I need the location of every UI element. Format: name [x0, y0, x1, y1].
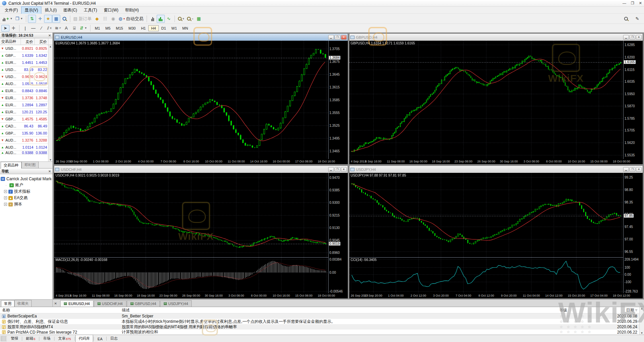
chart-title-bar[interactable]: USDJPY,H4▁❐✕ [349, 166, 643, 173]
row-rating-stars[interactable]: ☆ ☆ ☆ ☆ ☆ [560, 319, 608, 324]
chart-title-bar[interactable]: EURUSD,H4▁❐✕ [54, 34, 348, 41]
date-scale[interactable]: 26 Sep 201330 Sep 00:001 Oct 08:002 Oct … [54, 159, 348, 164]
status-tab-1[interactable]: 邮箱6 [23, 335, 39, 342]
row-rating-stars[interactable]: ☆ ☆ ☆ ☆ ☆ [560, 330, 608, 334]
price-scale[interactable]: 1.37051.36751.36451.36151.35851.35551.35… [329, 41, 348, 159]
price-scale[interactable]: 1.62851.62001.61151.60351.59501.58701.57… [623, 41, 643, 159]
chart-restore-icon[interactable]: ❐ [630, 35, 635, 40]
menu-item-0[interactable]: 文件(F) [1, 6, 21, 14]
navigator-item-3[interactable]: +≡脚本 [1, 201, 52, 207]
usdchf-chart-canvas[interactable] [54, 173, 328, 293]
market-watch-row[interactable]: ▲EUR...120.21120.25 [0, 109, 52, 116]
market-watch-row[interactable]: ▲USD...83.1983.22 [0, 66, 52, 73]
text-button[interactable]: A [62, 25, 70, 32]
date-scale[interactable]: 26 Sep 201327 Sep 20:001 Oct 04:002 Oct … [349, 293, 643, 298]
row-rating-stars[interactable]: ☆ ☆ ☆ ☆ ☆ [560, 325, 608, 329]
market-watch-row[interactable]: ▼AUD...1.32761.3288 [0, 137, 52, 144]
menu-item-4[interactable]: 工具(T) [80, 6, 100, 14]
market-watch-row[interactable]: ▲AUD...1.05151.0518 [0, 80, 52, 87]
menu-item-3[interactable]: 图表(C) [60, 6, 81, 14]
market-watch-toggle[interactable]: ⇅ [28, 15, 36, 23]
menu-item-6[interactable]: 帮助(H) [122, 6, 142, 14]
market-watch-row[interactable]: ▼EUR...1.37361.3748 [0, 94, 52, 102]
status-tab-0[interactable]: 警报 [7, 335, 22, 342]
navigator-tab-1[interactable]: 收藏夹 [14, 300, 32, 307]
usdjpy-chart-canvas[interactable] [349, 173, 623, 293]
timeframe-mn[interactable]: MN [180, 25, 191, 31]
chart-close-icon[interactable]: ✕ [636, 167, 642, 172]
column-desc[interactable]: 描述 [120, 307, 560, 313]
date-scale[interactable]: 4 Sep 20136 Sep 16:0011 Sep 08:0016 Sep … [54, 293, 348, 298]
status-tab-6[interactable]: 日志 [107, 335, 121, 342]
terminal-toggle[interactable]: ▦ [52, 15, 60, 23]
scroll-down-icon[interactable]: ▼ [49, 158, 52, 161]
status-tab-3[interactable]: 文章875 [55, 335, 74, 342]
horizontal-line-button[interactable]: — [29, 25, 37, 32]
status-tab-4[interactable]: 代码库 [75, 335, 93, 342]
chart-tab-eurusd-h4[interactable]: EURUSD,H4 [60, 300, 93, 307]
expand-icon[interactable]: + [4, 190, 7, 193]
row-rating-stars[interactable]: ☆ ☆ ☆ ☆ ☆ [560, 314, 608, 318]
chart-window-gbpusd[interactable]: GBPUSD,H4▁❐✕GBPUSD,H4 1.6164 1.6171 1.61… [349, 33, 643, 164]
code-base-row[interactable]: ƒ倒计时、点差、利息、保证金信息本指标完成4小时的tick与ontime倒计时显… [0, 319, 644, 324]
bar-chart-button[interactable] [149, 15, 157, 23]
market-watch-tab-1[interactable]: 即时图 [22, 161, 39, 168]
new-order-button[interactable]: ▤新订单 [72, 15, 93, 23]
market-watch-row[interactable]: ▲CAD...86.4386.49 [0, 123, 52, 130]
close-icon[interactable]: ✕ [639, 1, 642, 5]
strategy-tester-button[interactable] [60, 15, 68, 23]
chart-close-icon[interactable]: ✕ [636, 35, 642, 40]
profiles-button[interactable]: ❐▼ [14, 15, 25, 23]
timeframe-h1[interactable]: H1 [138, 25, 148, 31]
timeframe-m30[interactable]: M30 [126, 25, 138, 31]
maximize-icon[interactable]: ❐ [631, 1, 634, 5]
line-chart-button[interactable]: ∿ [165, 15, 173, 23]
menu-item-2[interactable]: 插入(I) [41, 6, 60, 14]
timeframe-m15[interactable]: M15 [113, 25, 126, 31]
new-chart-button[interactable]: +▼ [1, 15, 14, 23]
chart-tab-gbpusd-h4[interactable]: GBPUSD,H4 [127, 300, 160, 307]
expert-properties-button[interactable]: ☷ [101, 15, 109, 23]
chart-close-icon[interactable]: ✕ [341, 35, 347, 40]
column-date[interactable]: 日期 ▿ [608, 307, 639, 313]
market-watch-close-icon[interactable]: ✕ [48, 34, 51, 37]
market-watch-row[interactable]: ▲AUD...1.01141.0124 [0, 144, 52, 151]
chart-window-usdchf[interactable]: USDCHF,H4▁❐✕USDCHF,H4 0.9021 0.9025 0.90… [54, 165, 348, 299]
eurusd-chart-canvas[interactable] [54, 41, 328, 159]
crosshair-button[interactable]: ✛ [9, 25, 17, 32]
column-rating[interactable]: 等级 [560, 308, 608, 313]
fibonacci-button[interactable]: ≋F [53, 25, 62, 32]
chart-plot[interactable]: USDJPY,H4 97.88 97.91 97.81 97.85CCI(14)… [349, 173, 624, 293]
chart-plot[interactable]: EURUSD,H4 1.3679 1.3685 1.3677 1.3684 [54, 41, 329, 159]
chart-title-bar[interactable]: USDCHF,H4▁❐✕ [54, 166, 348, 173]
gbpusd-chart-canvas[interactable] [349, 41, 623, 159]
chart-tab-usdjpy-h4[interactable]: USDJPY,H4 [160, 300, 192, 307]
toolbox-scrollbar[interactable]: ▲▼ [639, 307, 644, 335]
status-tab-2[interactable]: 市场 [40, 335, 54, 342]
chart-close-icon[interactable]: ✕ [341, 167, 347, 172]
navigator-close-icon[interactable]: ✕ [48, 169, 51, 173]
text-label-button[interactable]: ⌸ [70, 25, 78, 32]
vertical-line-button[interactable]: | [21, 25, 29, 32]
market-watch-row[interactable]: ▲EUR...0.88430.8846 [0, 87, 52, 94]
navigator-item-1[interactable]: +ƒ技术指标 [1, 188, 52, 195]
chart-plot[interactable]: GBPUSD,H4 1.6164 1.6171 1.6159 1.6165 [349, 41, 624, 159]
minimize-icon[interactable]: — [622, 1, 626, 5]
market-watch-row[interactable]: ▲AUD...0.93880.9388 [0, 151, 52, 154]
trendline-button[interactable]: ∕ [37, 25, 45, 32]
menu-item-1[interactable]: 显示(V) [21, 6, 41, 14]
navigator-tab-0[interactable]: 常用 [1, 300, 14, 307]
zoom-in-button[interactable]: + [177, 15, 186, 23]
chart-minimize-icon[interactable]: ▁ [623, 167, 629, 172]
market-watch-row[interactable]: ▼USD...0.96200.9624 [0, 73, 52, 80]
navigator-item-2[interactable]: +▲EA交易 [1, 195, 52, 201]
chart-restore-icon[interactable]: ❐ [335, 35, 340, 40]
navigator-toggle[interactable]: ★ [44, 15, 52, 23]
price-scale[interactable]: 99.2598.8098.3597.9097.4597.0096.55209.1… [623, 173, 643, 293]
timeframe-m5[interactable]: M5 [103, 25, 113, 31]
sound-button[interactable]: ◉ [109, 15, 117, 23]
column-name[interactable]: 名称 [0, 307, 120, 313]
search-icon[interactable] [622, 15, 630, 23]
chart-tab-usdchf-h4[interactable]: USDCHF,H4 [94, 300, 126, 307]
expand-icon[interactable]: + [4, 203, 7, 206]
